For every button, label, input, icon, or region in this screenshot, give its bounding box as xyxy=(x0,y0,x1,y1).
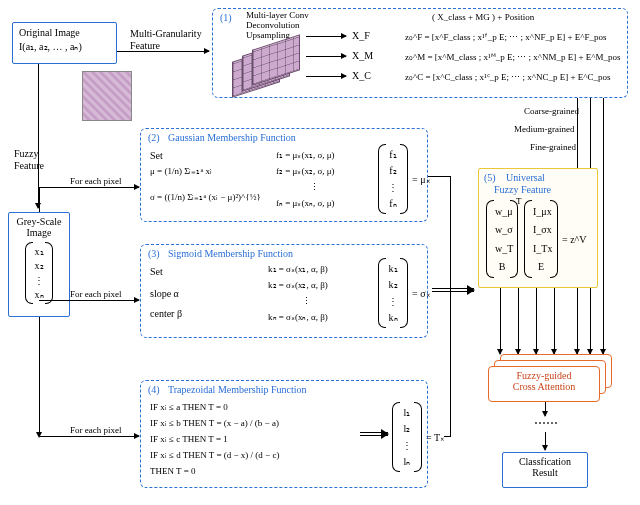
sec4-double-arrow xyxy=(360,432,388,433)
sec5-arrow-1 xyxy=(500,288,501,354)
greyscale-block: Grey-Scale Image x₁ x₂ ⋮ xₙ xyxy=(8,212,70,317)
coarse-label: Coarse-grained xyxy=(524,106,579,116)
for-each-4: For each pixel xyxy=(70,425,121,435)
sec3-slope: slope α xyxy=(150,288,179,299)
for-each-2: For each pixel xyxy=(70,176,121,186)
sec3-set: Set xyxy=(150,266,163,277)
sec1-t2: Deconvolution xyxy=(246,20,300,30)
fuzzy-feature-label-1: Fuzzy xyxy=(14,148,38,159)
fuzzy-feature-label-2: Feature xyxy=(14,160,44,171)
sec5-l2: w_T xyxy=(495,243,509,254)
fine-label: Fine-grained xyxy=(530,142,576,152)
sec3-center: center β xyxy=(150,308,182,319)
collect-trunk xyxy=(450,176,451,436)
sec1-z0F: z₀^F = [x^F_class ; x¹ᶠ_p E; ⋯ ; x^NF_p … xyxy=(405,32,607,42)
collect-from-sec4 xyxy=(444,436,451,437)
arrow-origimg-to-sec1 xyxy=(117,51,209,52)
sec3-v3: kₙ xyxy=(387,312,399,323)
cross-attn-l1: Fuzzy-guided xyxy=(489,370,599,381)
sec3-v0: k₁ xyxy=(387,263,399,274)
sec5-r3: E xyxy=(533,261,549,272)
sec4-title: Trapezoidal Membership Function xyxy=(168,384,307,395)
arrow-dots-to-result xyxy=(545,432,546,450)
arrow-cross-to-dots xyxy=(545,402,546,416)
sec4-v2: ⋮ xyxy=(401,440,413,451)
sec1-z0M: z₀^M = [x^M_class ; x¹ᴹ_p E; ⋯ ; x^NM_p … xyxy=(405,52,620,62)
sec3-num: (3) xyxy=(148,248,160,259)
arrow-to-sec4 xyxy=(39,436,139,437)
sec5-left-vec: w_μ w_σ w_T B xyxy=(486,200,518,278)
image-thumbnail xyxy=(82,71,132,121)
sec5-r1: I_σx xyxy=(533,224,549,235)
result-l2: Result xyxy=(503,467,587,478)
sec4-l1: IF xᵢ ≤ a THEN T = 0 xyxy=(150,402,228,412)
sec3-v1: k₂ xyxy=(387,279,399,290)
sec2-eq: = μₓ xyxy=(412,174,430,185)
sec5-t2: Fuzzy Feature xyxy=(494,184,551,195)
sec2-fdots: ⋮ xyxy=(310,182,319,192)
arrow-to-sec3 xyxy=(39,300,139,301)
original-image-eq: I(a₁, a₂, … , aₙ) xyxy=(19,41,110,52)
sec3-eq: = σₓ xyxy=(412,288,430,299)
greyscale-vector: x₁ x₂ ⋮ xₙ xyxy=(34,244,44,302)
sec5-arrow-4 xyxy=(554,288,555,354)
mg-feature-label-1: Multi-Granularity xyxy=(130,28,202,39)
sec4-vec: l₁ l₂ ⋮ lₙ xyxy=(392,402,422,472)
sec2-vec: f₁ f₂ ⋮ fₙ xyxy=(378,144,408,214)
gs-x2: x₂ xyxy=(34,260,44,271)
sec5-l1: w_σ xyxy=(495,224,509,235)
sec4-num: (4) xyxy=(148,384,160,395)
sec2-v2: ⋮ xyxy=(387,182,399,193)
sec2-sigma: σ = ((1/n) Σᵢ₌₁ⁿ (xᵢ − μ)²)^{½} xyxy=(150,192,261,202)
sec2-v1: f₂ xyxy=(387,165,399,176)
sec1-num: (1) xyxy=(220,12,232,23)
sec2-num: (2) xyxy=(148,132,160,143)
arrow-xm xyxy=(306,56,346,57)
sec1-z0C: z₀^C = [x^C_class ; x¹ᶜ_p E; ⋯ ; x^NC_p … xyxy=(405,72,610,82)
arrow-xf xyxy=(306,36,346,37)
sec2-v3: fₙ xyxy=(387,198,399,209)
sec3-k2: k₂ = σₓ(x₂, α, β) xyxy=(268,280,328,290)
sec1-out3: X_C xyxy=(352,70,371,81)
sec3-vec: k₁ k₂ ⋮ kₙ xyxy=(378,258,408,328)
sec2-fn: fₙ = μₓ(xₙ, σ, μ) xyxy=(276,198,335,208)
sec3-title: Sigmoid Membership Function xyxy=(168,248,293,259)
arrow-coarse-down xyxy=(603,98,604,354)
gs-up-seg xyxy=(39,187,40,212)
for-each-3: For each pixel xyxy=(70,289,121,299)
mg-feature-label-2: Feature xyxy=(130,40,160,51)
sec2-f1: f₁ = μₓ(x₁, σ, μ) xyxy=(276,150,335,160)
sec2-title: Gaussian Membership Function xyxy=(168,132,296,143)
sec4-l2: IF xᵢ ≤ b THEN T = (x − a) / (b − a) xyxy=(150,418,279,428)
gs-xn: xₙ xyxy=(34,289,44,300)
gs-x1: x₁ xyxy=(34,246,44,257)
collect-from-sec2 xyxy=(428,176,450,177)
sec5-arrow-3 xyxy=(536,288,537,354)
sec2-v0: f₁ xyxy=(387,149,399,160)
sec5-eq: = z^V xyxy=(562,234,587,245)
result-l1: Classfication xyxy=(503,456,587,467)
sec4-v3: lₙ xyxy=(401,456,413,467)
medium-label: Medium-grained xyxy=(514,124,574,134)
cross-attn-l2: Cross Attention xyxy=(489,381,599,392)
sec4-l5: THEN T = 0 xyxy=(150,466,196,476)
result-box: Classfication Result xyxy=(502,452,588,488)
sec5-l3: B xyxy=(495,261,509,272)
sec4-v1: l₂ xyxy=(401,423,413,434)
sec1-out2: X_M xyxy=(352,50,373,61)
sec4-l3: IF xᵢ ≤ c THEN T = 1 xyxy=(150,434,228,444)
sec5-arrow-2 xyxy=(518,288,519,354)
conv-stack-graphic xyxy=(232,42,308,92)
sec4-l4: IF xᵢ ≤ d THEN T = (d − x) / (d − c) xyxy=(150,450,279,460)
gs-down-trunk xyxy=(39,317,40,437)
original-image-block: Original Image I(a₁, a₂, … , aₙ) xyxy=(12,22,117,64)
sec3-k1: k₁ = σₓ(x₁, α, β) xyxy=(268,264,328,274)
cross-attn-box: Fuzzy-guided Cross Attention xyxy=(488,366,600,402)
sec3-double-arrow xyxy=(432,288,474,289)
sec5-Tsup: T xyxy=(516,196,522,206)
arrow-to-sec2 xyxy=(39,187,139,188)
sec5-num: (5) xyxy=(484,172,496,183)
sec5-right-vec: I_μx I_σx I_Tx E xyxy=(524,200,558,278)
sec1-out1: X_F xyxy=(352,30,370,41)
dots: ⋯⋯ xyxy=(534,416,558,431)
